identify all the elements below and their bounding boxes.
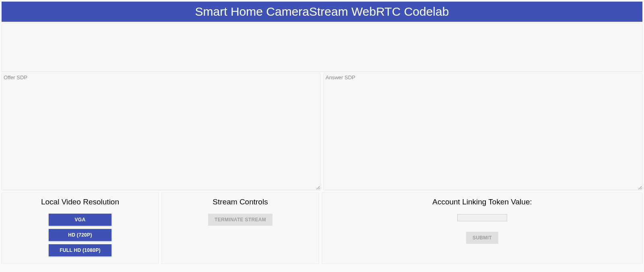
video-preview-area [2,23,642,72]
vga-button[interactable]: VGA [49,214,111,226]
offer-sdp-textarea[interactable] [2,73,320,190]
token-title: Account Linking Token Value: [322,198,642,206]
resolution-title: Local Video Resolution [2,198,158,206]
sdp-row [2,73,642,190]
terminate-stream-button[interactable]: TERMINATE STREAM [208,214,272,226]
full-hd-1080p-button[interactable]: FULL HD (1080P) [49,244,111,256]
submit-button[interactable]: SUBMIT [466,232,498,244]
token-input[interactable] [457,214,507,221]
stream-controls-title: Stream Controls [162,198,318,206]
hd-720p-button[interactable]: HD (720P) [49,229,111,241]
resolution-panel: Local Video Resolution VGA HD (720P) FUL… [2,192,159,264]
page-title: Smart Home CameraStream WebRTC Codelab [2,5,642,19]
answer-sdp-textarea[interactable] [324,73,642,190]
app-header: Smart Home CameraStream WebRTC Codelab [2,2,642,22]
stream-controls-panel: Stream Controls TERMINATE STREAM [162,192,319,264]
token-panel: Account Linking Token Value: SUBMIT [322,192,642,264]
controls-row: Local Video Resolution VGA HD (720P) FUL… [2,192,642,264]
